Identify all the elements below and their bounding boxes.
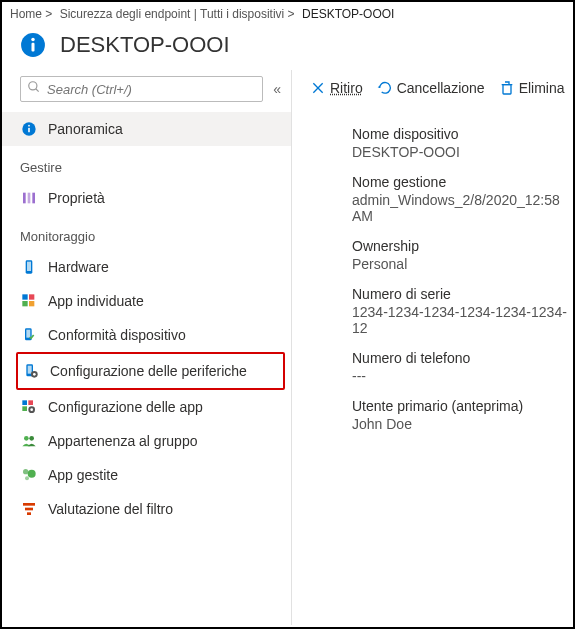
svg-rect-1 xyxy=(31,43,34,52)
field-label: Numero di telefono xyxy=(352,350,573,366)
field-serial: Numero di serie 1234-1234-1234-1234-1234… xyxy=(352,286,573,336)
svg-rect-36 xyxy=(503,85,511,94)
collapse-sidebar-icon[interactable]: « xyxy=(273,81,281,97)
field-ownership: Ownership Personal xyxy=(352,238,573,272)
field-phone: Numero di telefono --- xyxy=(352,350,573,384)
page-header: DESKTOP-OOOI xyxy=(2,24,573,70)
managed-apps-icon xyxy=(20,466,38,484)
svg-rect-20 xyxy=(28,366,32,374)
svg-point-3 xyxy=(29,82,37,90)
svg-rect-18 xyxy=(26,330,30,338)
nav-label: Valutazione del filtro xyxy=(48,501,173,517)
wipe-action[interactable]: Cancellazione xyxy=(377,80,485,96)
svg-point-2 xyxy=(31,38,34,41)
group-icon xyxy=(20,432,38,450)
nav-overview[interactable]: Panoramica xyxy=(2,112,291,146)
svg-rect-10 xyxy=(32,193,35,204)
svg-rect-23 xyxy=(22,400,27,405)
svg-point-27 xyxy=(30,408,33,411)
action-label: Cancellazione xyxy=(397,80,485,96)
field-primary-user: Utente primario (anteprima) John Doe xyxy=(352,398,573,432)
nav-device-config[interactable]: Configurazione delle periferiche xyxy=(18,354,283,388)
nav-managed-apps[interactable]: App gestite xyxy=(2,458,291,492)
svg-rect-9 xyxy=(28,193,31,204)
search-icon xyxy=(27,80,41,98)
field-device-name: Nome dispositivo DESKTOP-OOOI xyxy=(352,126,573,160)
svg-rect-8 xyxy=(23,193,26,204)
field-value: Personal xyxy=(352,256,573,272)
nav-hardware[interactable]: Hardware xyxy=(2,250,291,284)
field-label: Ownership xyxy=(352,238,573,254)
field-value: --- xyxy=(352,368,573,384)
info-icon xyxy=(20,120,38,138)
nav-label: Proprietà xyxy=(48,190,105,206)
svg-rect-25 xyxy=(22,406,27,411)
svg-rect-12 xyxy=(27,262,31,271)
info-icon xyxy=(20,32,46,58)
svg-point-30 xyxy=(23,469,28,474)
apps-gear-icon xyxy=(20,398,38,416)
section-monitor: Monitoraggio xyxy=(2,215,291,250)
device-icon xyxy=(20,258,38,276)
field-value: DESKTOP-OOOI xyxy=(352,144,573,160)
svg-rect-35 xyxy=(27,512,31,515)
field-label: Nome dispositivo xyxy=(352,126,573,142)
svg-rect-33 xyxy=(23,503,35,506)
field-mgmt-name: Nome gestione admin_Windows_2/8/2020_12:… xyxy=(352,174,573,224)
action-label: Ritiro xyxy=(330,80,363,96)
svg-rect-6 xyxy=(28,128,30,133)
svg-rect-16 xyxy=(29,301,34,306)
page-title: DESKTOP-OOOI xyxy=(60,32,230,58)
field-label: Numero di serie xyxy=(352,286,573,302)
highlighted-item: Configurazione delle periferiche xyxy=(16,352,285,390)
nav-label: App individuate xyxy=(48,293,144,309)
action-bar: Ritiro Cancellazione Elimina xyxy=(292,76,573,106)
field-value: 1234-1234-1234-1234-1234-1234-12 xyxy=(352,304,573,336)
nav-label: Hardware xyxy=(48,259,109,275)
field-value: admin_Windows_2/8/2020_12:58 AM xyxy=(352,192,573,224)
device-gear-icon xyxy=(22,362,40,380)
svg-point-31 xyxy=(28,470,36,478)
delete-action[interactable]: Elimina xyxy=(499,80,565,96)
svg-rect-24 xyxy=(28,400,33,405)
nav-compliance[interactable]: Conformità dispositivo xyxy=(2,318,291,352)
svg-point-28 xyxy=(24,436,29,441)
nav-label: Configurazione delle app xyxy=(48,399,203,415)
field-label: Utente primario (anteprima) xyxy=(352,398,573,414)
svg-point-22 xyxy=(33,373,36,376)
svg-rect-34 xyxy=(25,508,33,511)
nav-label: Conformità dispositivo xyxy=(48,327,186,343)
nav-label: Panoramica xyxy=(48,121,123,137)
field-value: John Doe xyxy=(352,416,573,432)
search-input[interactable] xyxy=(47,82,256,97)
nav-label: Configurazione delle periferiche xyxy=(50,363,247,379)
section-manage: Gestire xyxy=(2,146,291,181)
nav-discovered-apps[interactable]: App individuate xyxy=(2,284,291,318)
details-panel: Nome dispositivo DESKTOP-OOOI Nome gesti… xyxy=(292,106,573,432)
svg-line-4 xyxy=(36,89,39,92)
svg-rect-14 xyxy=(29,294,34,299)
nav-group-membership[interactable]: Appartenenza al gruppo xyxy=(2,424,291,458)
breadcrumb-current: DESKTOP-OOOI xyxy=(302,7,394,21)
nav-properties[interactable]: Proprietà xyxy=(2,181,291,215)
svg-rect-13 xyxy=(22,294,27,299)
retire-action[interactable]: Ritiro xyxy=(310,80,363,96)
svg-point-7 xyxy=(28,125,30,127)
apps-icon xyxy=(20,292,38,310)
breadcrumb-middle[interactable]: Sicurezza degli endpoint | Tutti i dispo… xyxy=(60,7,295,21)
properties-icon xyxy=(20,189,38,207)
nav-app-config[interactable]: Configurazione delle app xyxy=(2,390,291,424)
svg-point-32 xyxy=(25,476,29,480)
search-input-container[interactable] xyxy=(20,76,263,102)
field-label: Nome gestione xyxy=(352,174,573,190)
breadcrumb: Home > Sicurezza degli endpoint | Tutti … xyxy=(2,2,573,24)
breadcrumb-home[interactable]: Home > xyxy=(10,7,52,21)
main-panel: Ritiro Cancellazione Elimina Nome dispos… xyxy=(292,70,573,625)
device-check-icon xyxy=(20,326,38,344)
nav-label: Appartenenza al gruppo xyxy=(48,433,197,449)
nav-label: App gestite xyxy=(48,467,118,483)
svg-point-29 xyxy=(29,436,34,441)
action-label: Elimina xyxy=(519,80,565,96)
nav-filter-eval[interactable]: Valutazione del filtro xyxy=(2,492,291,526)
svg-rect-15 xyxy=(22,301,27,306)
